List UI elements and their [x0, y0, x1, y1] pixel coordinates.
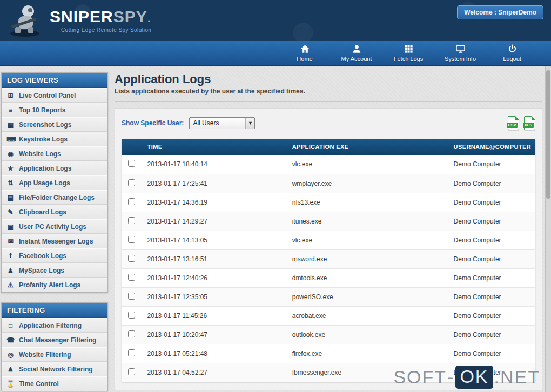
cell-time: 2013-01-17 11:45:26	[140, 306, 285, 325]
watermark: SOFT-OK.NET	[393, 366, 540, 389]
row-checkbox-cell	[122, 325, 140, 344]
row-checkbox[interactable]	[128, 179, 135, 186]
facebook-logs-icon: f	[6, 252, 15, 260]
chat-messenger-filtering-icon: ☎	[6, 336, 15, 344]
sidebar-item-label: App Usage Logs	[19, 179, 70, 187]
sidebar-section-title: LOG VIEWERS	[2, 73, 107, 88]
sidebar-item-chat-messenger-filtering[interactable]: ☎Chat Messenger Filtering	[2, 333, 107, 347]
website-logs-icon: ◉	[6, 150, 15, 158]
sidebar-item-label: Application Filtering	[19, 322, 82, 329]
row-checkbox[interactable]	[128, 255, 135, 262]
row-checkbox[interactable]	[128, 198, 135, 205]
row-checkbox[interactable]	[128, 330, 135, 337]
scrollbar-thumb[interactable]	[546, 70, 550, 199]
table-row: 2013-01-17 18:40:14vlc.exeDemo Computer	[122, 155, 535, 174]
row-checkbox-cell	[122, 174, 140, 193]
row-checkbox[interactable]	[128, 160, 135, 167]
sidebar-item-social-network-filtering[interactable]: ♟Social Network Filtering	[2, 362, 107, 376]
nav-item-system-info[interactable]: System Info	[434, 41, 486, 65]
profanity-alert-logs-icon: ⚠	[6, 281, 15, 289]
row-checkbox[interactable]	[128, 236, 135, 243]
row-checkbox-cell	[122, 231, 140, 249]
row-checkbox[interactable]	[128, 217, 135, 224]
sidebar-item-label: Chat Messenger Filtering	[19, 336, 96, 344]
logs-panel: Show Specific User: All Users ▼ CSV XLS	[115, 108, 542, 390]
nav-item-label: System Info	[445, 56, 476, 62]
sidebar-item-clipboard-logs[interactable]: ✎Clipboard Logs	[2, 205, 107, 219]
nav-item-logout[interactable]: Logout	[486, 41, 538, 65]
sidebar-item-app-usage-logs[interactable]: ⇅App Usage Logs	[2, 175, 107, 190]
nav-item-label: My Account	[341, 56, 372, 62]
user-select[interactable]: All Users ▼	[189, 117, 255, 129]
cell-application-exe: wmplayer.exe	[285, 174, 446, 193]
sidebar-item-label: User PC Activity Logs	[19, 223, 86, 231]
row-checkbox-cell	[122, 155, 140, 174]
cell-time: 2013-01-17 18:40:14	[140, 155, 285, 174]
sidebar-item-label: Top 10 Reports	[19, 106, 65, 114]
table-row: 2013-01-17 14:29:27itunes.exeDemo Comput…	[122, 212, 535, 231]
table-row: 2013-01-17 12:35:05powerISO.exeDemo Comp…	[122, 287, 535, 306]
top-header: SNIPERSPY. Cutting Edge Remote Spy Solut…	[0, 0, 551, 41]
row-checkbox[interactable]	[128, 349, 135, 356]
sidebar-item-top-10-reports[interactable]: ≡Top 10 Reports	[2, 103, 107, 117]
brand-tagline: Cutting Edge Remote Spy Solution	[50, 27, 151, 33]
vertical-scrollbar[interactable]	[545, 66, 551, 392]
sidebar-item-user-pc-activity-logs[interactable]: ▣User PC Activity Logs	[2, 219, 107, 234]
sidebar-item-website-filtering[interactable]: ◎Website Filtering	[2, 347, 107, 362]
cell-application-exe: dmtools.exe	[285, 268, 446, 287]
cell-time: 2013-01-17 12:35:05	[140, 287, 285, 306]
app-usage-logs-icon: ⇅	[6, 179, 15, 187]
row-checkbox[interactable]	[128, 293, 135, 300]
sidebar-item-label: Facebook Logs	[19, 252, 66, 260]
fetch-logs-icon	[404, 44, 414, 54]
csv-export-icon[interactable]: CSV	[508, 116, 519, 130]
nav-item-my-account[interactable]: My Account	[331, 41, 382, 65]
column-header-application-exe: APPLICATION EXE	[285, 139, 446, 155]
keystroke-logs-icon: ⌨	[6, 136, 15, 143]
row-checkbox-cell	[122, 344, 140, 363]
sidebar-item-application-filtering[interactable]: □Application Filtering	[2, 318, 107, 333]
nav-item-label: Home	[297, 56, 312, 62]
sidebar-item-profanity-alert-logs[interactable]: ⚠Profanity Alert Logs	[2, 278, 107, 292]
cell-application-exe: firefox.exe	[285, 344, 446, 363]
nav-item-home[interactable]: Home	[279, 41, 331, 65]
sidebar-item-label: File/Folder Change Logs	[19, 194, 95, 201]
row-checkbox[interactable]	[128, 368, 135, 375]
table-row: 2013-01-17 14:13:05vlc.exeDemo Computer	[122, 231, 535, 249]
welcome-button[interactable]: Welcome : SniperDemo	[457, 5, 543, 19]
sidebar-item-application-logs[interactable]: ★Application Logs	[2, 161, 107, 175]
sidebar-item-label: Instant Messenger Logs	[19, 238, 93, 245]
sidebar-item-website-logs[interactable]: ◉Website Logs	[2, 146, 107, 161]
cell-application-exe: outlook.exe	[285, 325, 446, 344]
sidebar-item-label: Clipboard Logs	[19, 208, 66, 216]
cell-username-computer: Demo Computer	[446, 306, 535, 325]
application-filtering-icon: □	[6, 322, 15, 329]
cell-time: 2013-01-17 10:20:47	[140, 325, 285, 344]
cell-username-computer: Demo Computer	[446, 231, 535, 249]
brand-logo	[8, 3, 48, 38]
sidebar-item-time-control[interactable]: ⌛Time Control	[2, 376, 107, 391]
sidebar-item-screenshot-logs[interactable]: ▦Screenshot Logs	[2, 117, 107, 132]
nav-item-fetch-logs[interactable]: Fetch Logs	[382, 41, 434, 65]
sidebar-item-instant-messenger-logs[interactable]: ✉Instant Messenger Logs	[2, 234, 107, 248]
cell-application-exe: vlc.exe	[285, 231, 446, 249]
chevron-down-icon: ▼	[245, 118, 254, 129]
xls-export-icon[interactable]: XLS	[524, 116, 535, 130]
sidebar-item-facebook-logs[interactable]: fFacebook Logs	[2, 248, 107, 263]
instant-messenger-logs-icon: ✉	[6, 238, 15, 245]
watermark-part2: OK	[455, 366, 493, 389]
screenshot-logs-icon: ▦	[6, 121, 15, 129]
brand-primary: SNIPER	[50, 8, 113, 25]
sidebar-item-live-control-panel[interactable]: ⊞Live Control Panel	[2, 88, 107, 103]
table-row: 2013-01-17 05:21:48firefox.exeDemo Compu…	[122, 344, 535, 363]
row-checkbox[interactable]	[128, 274, 135, 281]
application-logs-table: TIMEAPPLICATION EXEUSERNAME@COMPUTER 201…	[122, 139, 535, 382]
watermark-part3: .NET	[494, 367, 540, 388]
row-checkbox-cell	[122, 193, 140, 212]
sidebar-item-myspace-logs[interactable]: ♟MySpace Logs	[2, 263, 107, 278]
application-logs-icon: ★	[6, 165, 15, 172]
clipboard-logs-icon: ✎	[6, 208, 15, 216]
sidebar-item-keystroke-logs[interactable]: ⌨Keystroke Logs	[2, 132, 107, 146]
sidebar-item-file-folder-change-logs[interactable]: ▤File/Folder Change Logs	[2, 190, 107, 205]
row-checkbox[interactable]	[128, 312, 135, 319]
